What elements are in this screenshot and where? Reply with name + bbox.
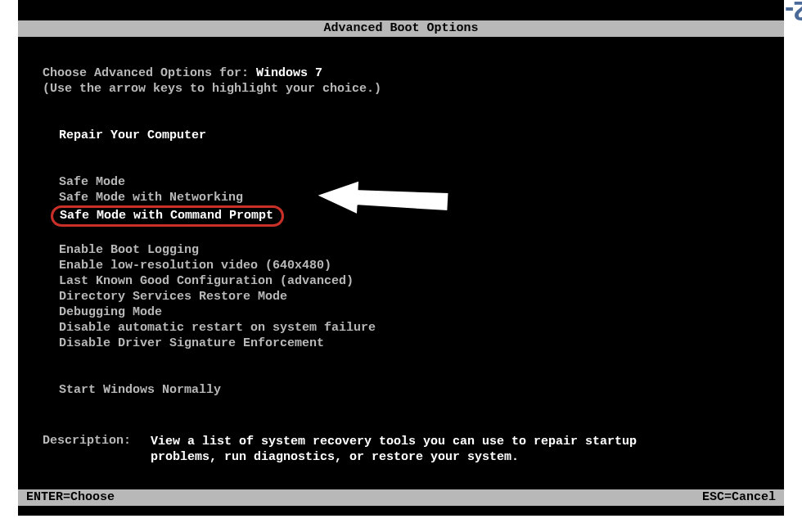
description-text: View a list of system recovery tools you… — [151, 434, 658, 465]
footer-enter: ENTER=Choose — [26, 489, 115, 506]
menu-directory-services-restore[interactable]: Directory Services Restore Mode — [59, 289, 287, 304]
menu-start-windows-normally[interactable]: Start Windows Normally — [59, 382, 221, 398]
menu-safe-mode-networking[interactable]: Safe Mode with Networking — [59, 190, 243, 205]
description-block: Description: View a list of system recov… — [43, 434, 759, 465]
menu-debugging-mode[interactable]: Debugging Mode — [59, 304, 162, 320]
menu-disable-auto-restart[interactable]: Disable automatic restart on system fail… — [59, 320, 376, 336]
page-title: Advanced Boot Options — [323, 21, 478, 35]
intro-line: Choose Advanced Options for: Windows 7 — [43, 65, 759, 81]
menu-last-known-good[interactable]: Last Known Good Configuration (advanced) — [59, 273, 354, 289]
intro-prefix: Choose Advanced Options for: — [43, 66, 256, 80]
boot-menu[interactable]: Repair Your Computer Safe Mode Safe Mode… — [59, 128, 759, 398]
menu-safe-mode[interactable]: Safe Mode — [59, 174, 125, 190]
intro-os: Windows 7 — [256, 66, 322, 80]
menu-disable-driver-sig[interactable]: Disable Driver Signature Enforcement — [59, 336, 324, 351]
menu-enable-boot-logging[interactable]: Enable Boot Logging — [59, 242, 199, 258]
footer-bar: ENTER=Choose ESC=Cancel — [18, 489, 784, 506]
content-area: Choose Advanced Options for: Windows 7 (… — [43, 65, 759, 465]
menu-low-res-video[interactable]: Enable low-resolution video (640x480) — [59, 258, 331, 273]
footer-esc: ESC=Cancel — [702, 489, 776, 506]
menu-safe-mode-command-prompt[interactable]: Safe Mode with Command Prompt — [51, 205, 284, 227]
title-bar: Advanced Boot Options — [18, 20, 784, 37]
menu-repair-your-computer[interactable]: Repair Your Computer — [59, 128, 206, 143]
description-label: Description: — [43, 434, 151, 465]
boot-screen: Advanced Boot Options Choose Advanced Op… — [18, 0, 784, 516]
intro-hint: (Use the arrow keys to highlight your ch… — [43, 81, 759, 97]
